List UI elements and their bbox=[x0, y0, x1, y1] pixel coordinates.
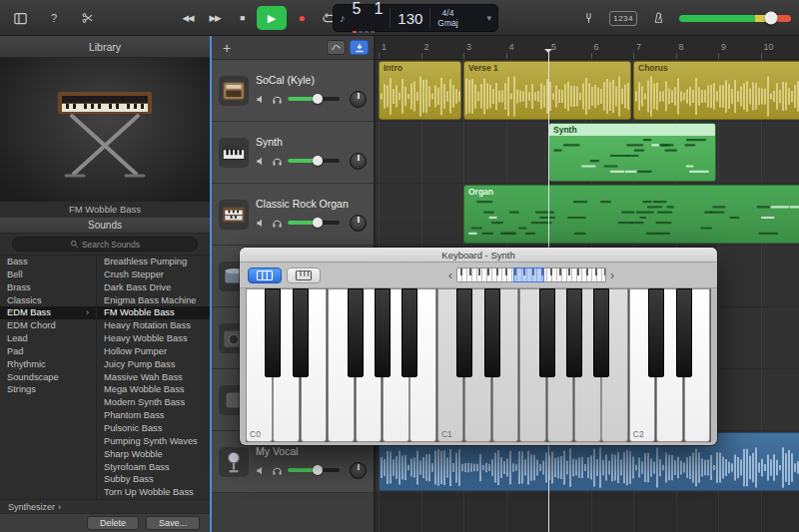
mute-button[interactable] bbox=[256, 156, 267, 167]
piano-black-key-3[interactable] bbox=[348, 288, 364, 377]
piano-black-key-1[interactable] bbox=[293, 288, 309, 377]
track-header-classic-rock-organ[interactable]: Classic Rock Organ bbox=[212, 184, 374, 246]
piano-black-key-5[interactable] bbox=[401, 288, 417, 377]
chevron-down-icon[interactable]: ▾ bbox=[486, 13, 491, 23]
piano-black-key-7[interactable] bbox=[456, 288, 472, 377]
automation-button[interactable] bbox=[327, 40, 346, 55]
piano-black-key-14[interactable] bbox=[648, 288, 664, 377]
keyboard-window[interactable]: Keyboard - Synth ‹ › C0C1C2 bbox=[240, 248, 717, 445]
synthesizer-link[interactable]: Synthesizer › bbox=[0, 499, 210, 513]
preset-modern-synth-bass[interactable]: Modern Synth Bass bbox=[97, 396, 210, 409]
category-bass[interactable]: Bass bbox=[0, 256, 96, 268]
pan-knob[interactable] bbox=[350, 153, 367, 170]
preset-sharp-wobble[interactable]: Sharp Wobble bbox=[97, 448, 210, 461]
mute-button[interactable] bbox=[256, 94, 267, 105]
region-synth[interactable]: Synth bbox=[548, 123, 716, 182]
solo-button[interactable] bbox=[272, 218, 283, 229]
delete-button[interactable]: Delete bbox=[87, 516, 139, 530]
piano-black-key-12[interactable] bbox=[593, 288, 609, 377]
piano-black-key-4[interactable] bbox=[375, 288, 391, 377]
keyboard-mode-button[interactable] bbox=[248, 267, 282, 283]
piano-black-key-10[interactable] bbox=[539, 288, 555, 377]
preset-torn-up-wobble-bass[interactable]: Torn Up Wobble Bass bbox=[97, 486, 210, 499]
pan-knob[interactable] bbox=[350, 91, 367, 108]
category-brass[interactable]: Brass bbox=[0, 281, 96, 294]
record-button[interactable]: ● bbox=[290, 6, 314, 30]
count-in-button[interactable]: 1234 bbox=[609, 11, 637, 26]
category-strings[interactable]: Strings bbox=[0, 383, 96, 396]
piano-black-key-0[interactable] bbox=[265, 288, 281, 377]
preset-juicy-pump-bass[interactable]: Juicy Pump Bass bbox=[97, 358, 210, 371]
preset-subby-bass[interactable]: Subby Bass bbox=[97, 473, 210, 486]
category-lead[interactable]: Lead bbox=[0, 332, 96, 345]
category-pad[interactable]: Pad bbox=[0, 345, 96, 358]
preset-breathless-pumping[interactable]: Breathless Pumping bbox=[97, 256, 210, 268]
library-toggle-button[interactable] bbox=[8, 6, 32, 30]
search-input[interactable]: Search Sounds bbox=[12, 237, 198, 252]
metronome-button[interactable] bbox=[646, 6, 670, 30]
preset-heavy-rotation-bass[interactable]: Heavy Rotation Bass bbox=[97, 319, 210, 332]
region-chorus[interactable]: Chorus bbox=[633, 61, 799, 120]
track-volume-slider[interactable] bbox=[288, 97, 340, 101]
piano-black-key-15[interactable] bbox=[676, 288, 692, 377]
category-list: BassBellBrassClassicsEDM Bass›EDM ChordL… bbox=[0, 256, 97, 499]
mute-button[interactable] bbox=[256, 218, 267, 229]
stop-button[interactable]: ■ bbox=[230, 6, 254, 30]
editors-button[interactable] bbox=[76, 6, 100, 30]
keyboard-window-title[interactable]: Keyboard - Synth bbox=[240, 248, 717, 263]
track-volume-slider[interactable] bbox=[288, 159, 340, 163]
track-volume-slider[interactable] bbox=[288, 221, 340, 225]
preset-phantom-bass[interactable]: Phantom Bass bbox=[97, 409, 210, 422]
track-volume-slider[interactable] bbox=[288, 468, 340, 472]
volume-thumb[interactable] bbox=[764, 12, 777, 25]
preset-heavy-wobble-bass[interactable]: Heavy Wobble Bass bbox=[97, 332, 210, 345]
quick-help-button[interactable]: ? bbox=[42, 6, 66, 30]
category-soundscape[interactable]: Soundscape bbox=[0, 371, 96, 384]
mute-button[interactable] bbox=[256, 465, 267, 476]
preset-crush-stepper[interactable]: Crush Stepper bbox=[97, 268, 210, 281]
preset-mega-wobble-bass[interactable]: Mega Wobble Bass bbox=[97, 383, 210, 396]
region-intro[interactable]: Intro bbox=[379, 61, 461, 120]
track-header-synth[interactable]: Synth bbox=[212, 122, 374, 184]
preset-styrofoam-bass[interactable]: Styrofoam Bass bbox=[97, 461, 210, 474]
timeline-ruler[interactable]: 12345678910 bbox=[376, 36, 799, 60]
pan-knob[interactable] bbox=[350, 215, 367, 232]
region-organ[interactable]: Organ bbox=[463, 185, 799, 244]
preset-pulsonic-bass[interactable]: Pulsonic Bass bbox=[97, 422, 210, 435]
region-verse-1[interactable]: Verse 1 bbox=[463, 61, 631, 120]
solo-button[interactable] bbox=[272, 465, 283, 476]
add-track-button[interactable]: + bbox=[217, 40, 237, 56]
master-volume-slider[interactable] bbox=[679, 15, 791, 22]
octave-down-button[interactable]: ‹ bbox=[448, 269, 452, 281]
preset-dark-bass-drive[interactable]: Dark Bass Drive bbox=[97, 281, 210, 294]
keyboard-overview-strip[interactable] bbox=[456, 267, 606, 282]
forward-button[interactable]: ▶▶ bbox=[203, 6, 227, 30]
tuner-button[interactable] bbox=[576, 6, 600, 30]
region-label: Intro bbox=[380, 62, 406, 74]
pane-divider[interactable] bbox=[210, 36, 212, 532]
category-bell[interactable]: Bell bbox=[0, 268, 96, 281]
rewind-button[interactable]: ◀◀ bbox=[176, 6, 200, 30]
octave-up-button[interactable]: › bbox=[610, 269, 614, 281]
save-button[interactable]: Save... bbox=[146, 516, 200, 530]
typing-mode-button[interactable] bbox=[287, 267, 321, 283]
category-classics[interactable]: Classics bbox=[0, 294, 96, 307]
solo-button[interactable] bbox=[272, 94, 283, 105]
piano-black-key-8[interactable] bbox=[484, 288, 500, 377]
preset-massive-wah-bass[interactable]: Massive Wah Bass bbox=[97, 371, 210, 384]
category-edm-bass[interactable]: EDM Bass› bbox=[0, 306, 96, 319]
preset-hollow-pumper[interactable]: Hollow Pumper bbox=[97, 345, 210, 358]
piano-black-key-11[interactable] bbox=[566, 288, 582, 377]
category-rhythmic[interactable]: Rhythmic bbox=[0, 358, 96, 371]
lcd-display[interactable]: ♪ 5 1 130 4/4 Gmaj ▾ bbox=[333, 4, 498, 32]
solo-button[interactable] bbox=[272, 156, 283, 167]
preset-pumping-synth-waves[interactable]: Pumping Synth Waves bbox=[97, 435, 210, 448]
preset-enigma-bass-machine[interactable]: Enigma Bass Machine bbox=[97, 294, 210, 307]
catch-playhead-button[interactable] bbox=[350, 40, 369, 55]
track-header-socal-kyle[interactable]: SoCal (Kyle) bbox=[212, 60, 374, 122]
pan-knob[interactable] bbox=[350, 462, 367, 479]
category-edm-chord[interactable]: EDM Chord bbox=[0, 319, 96, 332]
preset-fm-wobble-bass[interactable]: FM Wobble Bass bbox=[97, 306, 210, 319]
play-button[interactable]: ▶ bbox=[257, 6, 287, 30]
keyboard-view-range[interactable] bbox=[513, 267, 544, 282]
